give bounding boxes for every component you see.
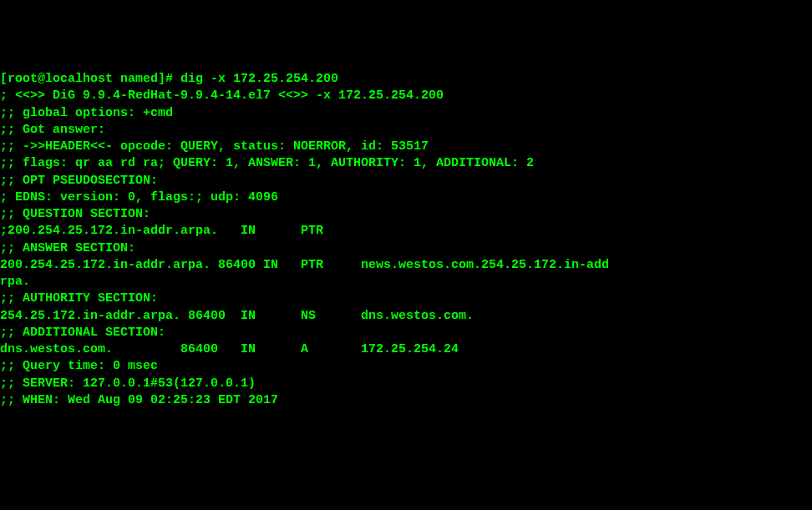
dig-header: ;; ->>HEADER<<- opcode: QUERY, status: N…: [0, 139, 812, 155]
dig-additional-header: ;; ADDITIONAL SECTION:: [0, 325, 812, 341]
dig-answer-header: ;; ANSWER SECTION:: [0, 240, 812, 257]
terminal-output[interactable]: [root@localhost named]# dig -x 172.25.25…: [0, 71, 812, 409]
dig-authority-record: 254.25.172.in-addr.arpa. 86400 IN NS dns…: [0, 308, 812, 325]
dig-opt-header: ;; OPT PSEUDOSECTION:: [0, 173, 812, 189]
dig-got-answer: ;; Got answer:: [0, 122, 812, 139]
dig-additional-record: dns.westos.com. 86400 IN A 172.25.254.24: [0, 341, 812, 358]
dig-when: ;; WHEN: Wed Aug 09 02:25:23 EDT 2017: [0, 392, 812, 409]
dig-authority-header: ;; AUTHORITY SECTION:: [0, 290, 812, 307]
dig-server: ;; SERVER: 127.0.0.1#53(127.0.0.1): [0, 376, 812, 392]
dig-answer-record-wrap: rpa.: [0, 274, 812, 290]
dig-flags: ;; flags: qr aa rd ra; QUERY: 1, ANSWER:…: [0, 155, 812, 172]
terminal-prompt-line: [root@localhost named]# dig -x 172.25.25…: [0, 71, 812, 88]
dig-query-time: ;; Query time: 0 msec: [0, 358, 812, 375]
dig-question: ;200.254.25.172.in-addr.arpa. IN PTR: [0, 223, 812, 240]
dig-answer-record: 200.254.25.172.in-addr.arpa. 86400 IN PT…: [0, 257, 812, 274]
dig-banner: ; <<>> DiG 9.9.4-RedHat-9.9.4-14.el7 <<>…: [0, 88, 812, 104]
dig-question-header: ;; QUESTION SECTION:: [0, 206, 812, 223]
dig-global-options: ;; global options: +cmd: [0, 105, 812, 122]
dig-edns: ; EDNS: version: 0, flags:; udp: 4096: [0, 189, 812, 206]
